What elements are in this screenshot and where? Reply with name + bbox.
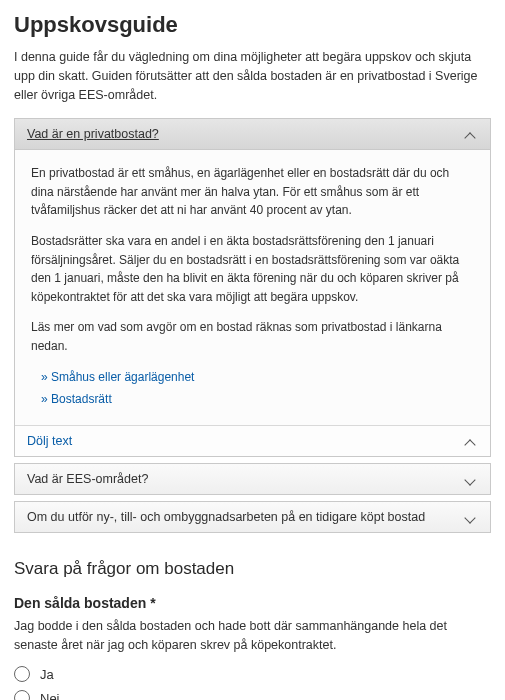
accordion-body-privatbostad: En privatbostad är ett småhus, en ägarlä… — [15, 150, 490, 425]
accordion-title: Vad är en privatbostad? — [27, 127, 159, 141]
acc-paragraph: Läs mer om vad som avgör om en bostad rä… — [31, 318, 474, 355]
question-text: Jag bodde i den sålda bostaden och hade … — [14, 617, 491, 655]
accordion-ees: Vad är EES-området? — [14, 463, 491, 495]
link-bostadsratt[interactable]: Bostadsrätt — [41, 390, 474, 409]
chevron-up-icon — [466, 128, 478, 140]
section-heading-fragor: Svara på frågor om bostaden — [14, 559, 491, 579]
hide-text-bar[interactable]: Dölj text — [15, 425, 490, 456]
page-title: Uppskovsguide — [14, 12, 491, 38]
radio-circle-icon — [14, 666, 30, 682]
chevron-down-icon — [466, 511, 478, 523]
accordion-header-privatbostad[interactable]: Vad är en privatbostad? — [15, 119, 490, 150]
acc-paragraph: En privatbostad är ett småhus, en ägarlä… — [31, 164, 474, 220]
chevron-up-icon — [466, 435, 478, 447]
accordion-privatbostad: Vad är en privatbostad? En privatbostad … — [14, 118, 491, 457]
radio-circle-icon — [14, 690, 30, 700]
chevron-down-icon — [466, 473, 478, 485]
acc-paragraph: Bostadsrätter ska vara en andel i en äkt… — [31, 232, 474, 306]
intro-text: I denna guide får du vägledning om dina … — [14, 48, 491, 104]
accordion-header-ees[interactable]: Vad är EES-området? — [15, 464, 490, 494]
radio-option-ja[interactable]: Ja — [14, 666, 491, 682]
link-list: Småhus eller ägarlägenhet Bostadsrätt — [31, 368, 474, 409]
radio-label: Ja — [40, 667, 54, 682]
radio-option-nej[interactable]: Nej — [14, 690, 491, 700]
radio-label: Nej — [40, 691, 60, 700]
accordion-title: Vad är EES-området? — [27, 472, 148, 486]
accordion-ombyggnad: Om du utför ny-, till- och ombyggnadsarb… — [14, 501, 491, 533]
link-smahus[interactable]: Småhus eller ägarlägenhet — [41, 368, 474, 387]
question-label: Den sålda bostaden * — [14, 595, 491, 611]
hide-link-label: Dölj text — [27, 434, 72, 448]
accordion-title: Om du utför ny-, till- och ombyggnadsarb… — [27, 510, 425, 524]
accordion-header-ombyggnad[interactable]: Om du utför ny-, till- och ombyggnadsarb… — [15, 502, 490, 532]
